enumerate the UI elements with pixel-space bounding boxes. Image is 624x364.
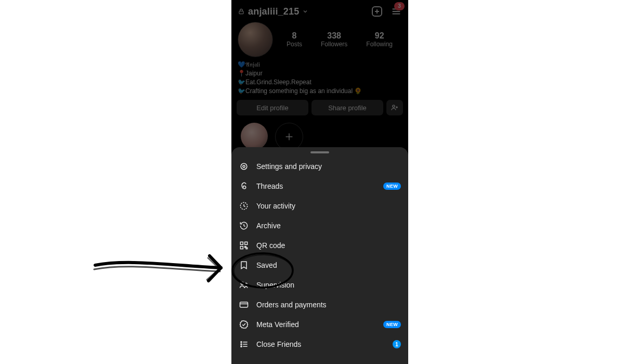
bio-line: 📍Jaipur (238, 69, 402, 78)
canvas: anjaliii_215 3 8 Posts 338 Followers 92 (0, 0, 624, 364)
bookmark-icon (239, 260, 249, 270)
menu-label: Close Friends (256, 340, 393, 348)
menu-item-close-friends[interactable]: Close Friends 1 (231, 334, 408, 354)
profile-buttons: Edit profile Share profile (231, 100, 408, 115)
verified-icon (239, 319, 249, 330)
discover-people-button[interactable] (386, 100, 403, 115)
drag-handle[interactable] (310, 151, 329, 153)
activity-icon (239, 201, 249, 211)
menu-label: Supervision (256, 281, 401, 289)
avatar[interactable] (238, 22, 273, 57)
svg-rect-19 (246, 248, 248, 249)
bottom-sheet: Settings and privacy Threads NEW Your ac… (231, 147, 408, 364)
stat-following-label: Following (366, 41, 393, 48)
share-profile-button[interactable]: Share profile (311, 100, 383, 115)
svg-rect-15 (240, 242, 243, 244)
edit-profile-button[interactable]: Edit profile (237, 100, 308, 115)
menu-label: Archive (256, 222, 401, 230)
menu-label: QR code (256, 241, 401, 250)
svg-rect-0 (239, 11, 243, 14)
stat-posts-number: 8 (287, 31, 302, 41)
menu-item-saved[interactable]: Saved (231, 255, 408, 275)
menu-label: Settings and privacy (256, 162, 401, 171)
add-person-icon (391, 103, 399, 112)
plus-icon (283, 131, 295, 142)
menu-label: Saved (256, 261, 401, 269)
stat-followers[interactable]: 338 Followers (321, 31, 347, 48)
archive-icon (239, 220, 249, 231)
stat-following[interactable]: 92 Following (366, 31, 393, 48)
svg-point-28 (241, 346, 242, 347)
svg-point-7 (393, 105, 395, 107)
highlights-row (231, 115, 408, 151)
stat-followers-number: 338 (321, 31, 347, 41)
username-label[interactable]: anjaliii_215 (248, 6, 299, 17)
svg-point-26 (241, 344, 242, 345)
card-icon (239, 300, 249, 310)
svg-point-20 (241, 282, 243, 284)
bio-line: 💙𝔄𝔫𝔧𝔞𝔩𝔦 (238, 60, 402, 69)
supervision-icon (239, 280, 249, 290)
menu-label: Orders and payments (256, 301, 401, 309)
threads-icon (239, 181, 249, 191)
stat-following-number: 92 (366, 31, 393, 41)
new-badge: NEW (383, 321, 401, 328)
close-friends-icon (239, 339, 249, 349)
svg-rect-16 (245, 242, 248, 244)
new-badge: NEW (383, 183, 401, 190)
menu-item-orders[interactable]: Orders and payments (231, 295, 408, 315)
lock-icon (238, 8, 245, 15)
bio-line: 🐦Crafting something big as an individual… (238, 87, 402, 96)
stat-followers-label: Followers (321, 41, 347, 48)
highlight-item[interactable] (241, 123, 268, 150)
stat-posts-label: Posts (287, 41, 302, 48)
svg-point-13 (243, 165, 245, 167)
profile-header: anjaliii_215 3 (231, 0, 408, 22)
menu-item-supervision[interactable]: Supervision (231, 275, 408, 295)
menu-label: Meta Verified (256, 320, 383, 329)
svg-rect-17 (240, 246, 243, 249)
menu-label: Your activity (256, 202, 401, 210)
menu-item-threads[interactable]: Threads NEW (231, 176, 408, 196)
menu-item-settings[interactable]: Settings and privacy (231, 157, 408, 176)
create-icon[interactable] (371, 5, 383, 18)
annotation-arrow (91, 244, 237, 296)
menu-item-activity[interactable]: Your activity (231, 196, 408, 216)
chevron-down-icon[interactable] (302, 8, 308, 15)
menu-label: Threads (256, 182, 383, 190)
stat-posts[interactable]: 8 Posts (287, 31, 302, 48)
profile-stats-row: 8 Posts 338 Followers 92 Following (231, 22, 408, 57)
profile-bio: 💙𝔄𝔫𝔧𝔞𝔩𝔦 📍Jaipur 🐦Eat.Grind.Sleep.Repeat … (231, 57, 408, 100)
qrcode-icon (239, 240, 249, 251)
menu-item-qrcode[interactable]: QR code (231, 236, 408, 255)
menu-item-verified[interactable]: Meta Verified NEW (231, 315, 408, 334)
phone-screen: anjaliii_215 3 8 Posts 338 Followers 92 (231, 0, 408, 364)
gear-icon (239, 161, 249, 172)
svg-point-21 (245, 283, 247, 285)
svg-rect-22 (240, 302, 248, 307)
count-badge: 1 (393, 340, 401, 348)
highlight-add-button[interactable] (275, 123, 303, 151)
svg-point-24 (241, 342, 242, 343)
notif-badge: 3 (394, 2, 405, 10)
svg-point-12 (241, 163, 247, 170)
bio-line: 🐦Eat.Grind.Sleep.Repeat (238, 78, 402, 87)
menu-item-archive[interactable]: Archive (231, 216, 408, 236)
